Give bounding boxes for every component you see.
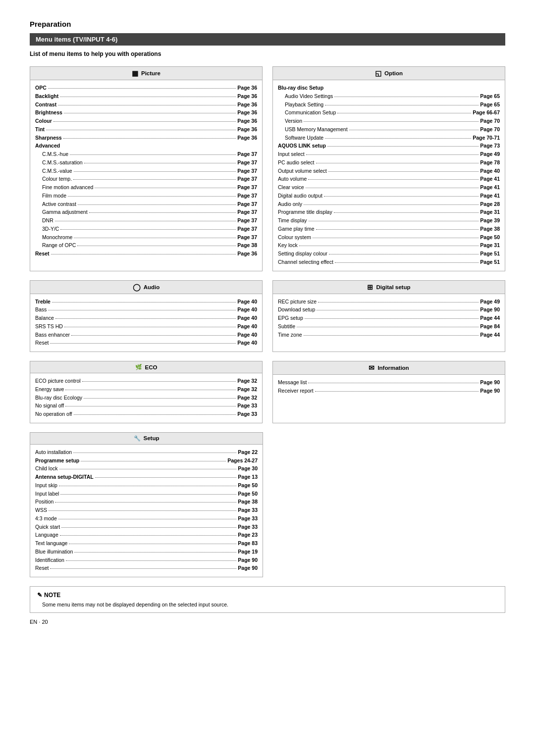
list-item: Advanced [35,142,257,150]
list-item: SubtitlePage 84 [278,323,500,331]
option-panel-body: Blu-ray disc Setup Audio Video SettingsP… [273,80,505,271]
list-item: No operation offPage 33 [35,410,257,418]
list-item: Time zonePage 44 [278,331,500,339]
picture-panel: ▦ Picture OPCPage 36 BacklightPage 36 Co… [30,66,263,271]
eco-icon: 🌿 [135,364,142,370]
page-subtitle: List of menu items to help you with oper… [30,50,505,57]
section-header: Menu items (TV/INPUT 4-6) [30,33,505,46]
list-item: Receiver reportPage 90 [278,387,500,395]
list-item: Time displayPage 39 [278,217,500,225]
note-section: ✎ NOTE Some menu items may not be displa… [30,586,505,613]
digital-panel-header: ⊞ Digital setup [273,281,505,294]
list-item: Key lockPage 31 [278,242,500,250]
eco-panel-title: ECO [145,364,158,370]
information-panel-header: ✉ Information [273,361,505,375]
list-item: TreblePage 40 [35,298,257,306]
list-item: Antenna setup-DIGITALPage 13 [35,473,258,481]
picture-panel-header: ▦ Picture [30,67,262,80]
list-item: Bass enhancerPage 40 [35,331,257,339]
list-item: Auto volumePage 41 [278,175,500,183]
list-item: 3D-Y/CPage 37 [35,225,257,233]
list-item: Child lockPage 30 [35,465,258,473]
setup-panel-body: Auto installationPage 22 Programme setup… [30,445,263,577]
audio-icon: ◯ [133,283,141,291]
list-item: Setting display colourPage 51 [278,250,500,258]
setup-panel-title: Setup [144,435,160,441]
list-item: IdentificationPage 90 [35,556,258,564]
list-item: Input selectPage 49 [278,151,500,158]
setup-panel: 🔧 Setup Auto installationPage 22 Program… [30,432,263,577]
list-item: C.M.S.-huePage 37 [35,151,257,158]
list-item: Colour systemPage 50 [278,234,500,242]
list-item: Quick startPage 33 [35,523,258,531]
list-item: ResetPage 90 [35,564,258,572]
list-item: C.M.S.-saturationPage 37 [35,159,257,167]
option-panel-header: ◱ Option [273,67,505,80]
list-item: Range of OPCPage 38 [35,242,257,250]
list-item: Audio onlyPage 28 [278,201,500,208]
list-item: DNRPage 37 [35,217,257,225]
list-item: OPCPage 36 [35,84,257,92]
list-item: ResetPage 36 [35,250,257,258]
digital-icon: ⊞ [367,283,373,291]
eco-panel-body: ECO picture controlPage 32 Energy savePa… [30,373,262,423]
page-title: Preparation [30,20,505,28]
list-item: Game play timePage 38 [278,225,500,233]
eco-panel: 🌿 ECO ECO picture controlPage 32 Energy … [30,361,263,423]
list-item: Blu-ray disc Setup [278,84,500,92]
audio-panel-header: ◯ Audio [30,281,262,294]
setup-panel-header: 🔧 Setup [30,433,263,445]
list-item: Software UpdatePage 70-71 [278,134,500,142]
list-item: BalancePage 40 [35,314,257,322]
list-item: Film modePage 37 [35,192,257,200]
list-item: Programme title displayPage 31 [278,208,500,216]
digital-panel-body: REC picture sizePage 49 Download setupPa… [273,294,505,344]
list-item: Input skipPage 50 [35,482,258,490]
list-item: VersionPage 70 [278,117,500,125]
list-item: Clear voicePage 41 [278,184,500,192]
audio-panel-body: TreblePage 40 BassPage 40 BalancePage 40… [30,294,262,352]
list-item: Blue illuminationPage 19 [35,548,258,556]
list-item: Blu-ray disc EcologyPage 32 [35,394,257,402]
list-item: SharpnessPage 36 [35,134,257,142]
note-title: ✎ NOTE [37,592,498,599]
information-panel-title: Information [377,365,409,371]
list-item: Fine motion advancedPage 37 [35,184,257,192]
digital-panel-title: Digital setup [376,284,410,290]
list-item: MonochromePage 37 [35,234,257,242]
list-item: SRS TS HDPage 40 [35,323,257,331]
list-item: BrightnessPage 36 [35,109,257,117]
note-item: Some menu items may not be displayed dep… [42,602,498,607]
list-item: REC picture sizePage 49 [278,298,500,306]
list-item: Programme setupPages 24-27 [35,457,258,465]
setup-icon: 🔧 [134,435,141,442]
list-item: Text languagePage 83 [35,540,258,548]
list-item: AQUOS LINK setupPage 73 [278,142,500,150]
list-item: TintPage 36 [35,126,257,134]
list-item: ContrastPage 36 [35,101,257,109]
page-number: EN · 20 [30,619,505,625]
list-item: Output volume selectPage 40 [278,167,500,175]
list-item: ColourPage 36 [35,117,257,125]
picture-icon: ▦ [132,69,138,77]
option-panel: ◱ Option Blu-ray disc Setup Audio Video … [272,66,505,271]
information-panel: ✉ Information Message listPage 90 Receiv… [272,361,505,423]
list-item: ResetPage 40 [35,339,257,347]
list-item: Message listPage 90 [278,379,500,387]
list-item: PositionPage 38 [35,498,258,506]
list-item: Colour temp.Page 37 [35,175,257,183]
option-panel-title: Option [384,70,403,76]
list-item: Download setupPage 90 [278,306,500,314]
list-item: LanguagePage 23 [35,531,258,539]
list-item: PC audio selectPage 78 [278,159,500,167]
list-item: Audio Video SettingsPage 65 [278,93,500,101]
list-item: C.M.S.-valuePage 37 [35,167,257,175]
eco-panel-header: 🌿 ECO [30,361,262,373]
list-item: USB Memory ManagementPage 70 [278,126,500,134]
list-item: ECO picture controlPage 32 [35,377,257,385]
option-icon: ◱ [375,69,381,77]
information-panel-body: Message listPage 90 Receiver reportPage … [273,375,505,400]
list-item: Input labelPage 50 [35,490,258,498]
list-item: Communication SetupPage 66-67 [278,109,500,117]
list-item: WSSPage 33 [35,506,258,514]
